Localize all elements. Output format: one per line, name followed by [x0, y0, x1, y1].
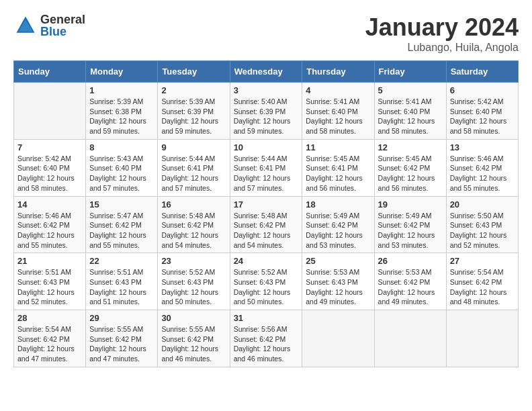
day-cell: 14Sunrise: 5:46 AMSunset: 6:42 PMDayligh… [14, 196, 86, 253]
logo-general-text: General [40, 13, 85, 26]
day-number: 3 [234, 85, 299, 95]
day-cell: 6Sunrise: 5:42 AMSunset: 6:40 PMDaylight… [446, 83, 518, 140]
calendar-title: January 2024 [365, 13, 519, 42]
column-header-sunday: Sunday [14, 61, 86, 83]
logo-blue-text: Blue [40, 26, 85, 38]
day-cell [446, 310, 518, 367]
day-number: 24 [234, 256, 299, 266]
logo-icon [13, 13, 38, 38]
column-header-saturday: Saturday [446, 61, 518, 83]
day-info: Sunrise: 5:54 AMSunset: 6:42 PMDaylight:… [450, 267, 515, 307]
day-info: Sunrise: 5:53 AMSunset: 6:42 PMDaylight:… [378, 267, 443, 307]
day-number: 1 [89, 85, 154, 95]
day-number: 13 [450, 142, 515, 152]
day-info: Sunrise: 5:43 AMSunset: 6:40 PMDaylight:… [89, 154, 154, 193]
logo: General Blue [13, 13, 85, 38]
day-number: 7 [17, 142, 82, 152]
day-cell: 26Sunrise: 5:53 AMSunset: 6:42 PMDayligh… [374, 253, 446, 310]
day-info: Sunrise: 5:42 AMSunset: 6:40 PMDaylight:… [17, 154, 82, 193]
day-cell: 30Sunrise: 5:55 AMSunset: 6:42 PMDayligh… [158, 310, 230, 367]
day-cell: 28Sunrise: 5:54 AMSunset: 6:42 PMDayligh… [14, 310, 86, 367]
day-info: Sunrise: 5:45 AMSunset: 6:42 PMDaylight:… [378, 154, 443, 193]
day-info: Sunrise: 5:48 AMSunset: 6:42 PMDaylight:… [234, 211, 299, 250]
day-number: 30 [161, 313, 226, 323]
calendar-table: SundayMondayTuesdayWednesdayThursdayFrid… [13, 60, 519, 367]
day-cell: 31Sunrise: 5:56 AMSunset: 6:42 PMDayligh… [230, 310, 302, 367]
day-info: Sunrise: 5:53 AMSunset: 6:43 PMDaylight:… [306, 267, 370, 307]
calendar-subtitle: Lubango, Huila, Angola [365, 42, 519, 54]
day-cell: 4Sunrise: 5:41 AMSunset: 6:40 PMDaylight… [302, 83, 374, 140]
day-number: 26 [378, 256, 443, 266]
day-info: Sunrise: 5:48 AMSunset: 6:42 PMDaylight:… [161, 211, 226, 250]
day-number: 8 [89, 142, 154, 152]
day-number: 19 [378, 199, 443, 210]
day-cell: 13Sunrise: 5:46 AMSunset: 6:42 PMDayligh… [446, 139, 518, 196]
day-info: Sunrise: 5:56 AMSunset: 6:42 PMDaylight:… [234, 324, 299, 364]
day-cell: 27Sunrise: 5:54 AMSunset: 6:42 PMDayligh… [446, 253, 518, 310]
day-info: Sunrise: 5:39 AMSunset: 6:39 PMDaylight:… [161, 97, 226, 136]
day-number: 16 [161, 199, 226, 210]
day-number: 15 [89, 199, 154, 210]
day-cell: 12Sunrise: 5:45 AMSunset: 6:42 PMDayligh… [374, 139, 446, 196]
day-cell [302, 310, 374, 367]
day-number: 31 [234, 313, 299, 323]
day-number: 17 [234, 199, 299, 210]
day-info: Sunrise: 5:40 AMSunset: 6:39 PMDaylight:… [234, 97, 299, 136]
day-number: 20 [450, 199, 515, 210]
day-info: Sunrise: 5:49 AMSunset: 6:42 PMDaylight:… [306, 211, 370, 250]
day-cell: 10Sunrise: 5:44 AMSunset: 6:41 PMDayligh… [230, 139, 302, 196]
day-cell: 1Sunrise: 5:39 AMSunset: 6:38 PMDaylight… [86, 83, 158, 140]
day-cell: 20Sunrise: 5:50 AMSunset: 6:43 PMDayligh… [446, 196, 518, 253]
page-header: General Blue January 2024 Lubango, Huila… [13, 13, 519, 54]
column-header-tuesday: Tuesday [158, 61, 230, 83]
day-info: Sunrise: 5:44 AMSunset: 6:41 PMDaylight:… [234, 154, 299, 193]
week-row-5: 28Sunrise: 5:54 AMSunset: 6:42 PMDayligh… [14, 310, 519, 367]
day-cell: 17Sunrise: 5:48 AMSunset: 6:42 PMDayligh… [230, 196, 302, 253]
day-cell: 22Sunrise: 5:51 AMSunset: 6:43 PMDayligh… [86, 253, 158, 310]
day-info: Sunrise: 5:55 AMSunset: 6:42 PMDaylight:… [89, 324, 154, 364]
day-number: 5 [378, 85, 443, 95]
column-header-monday: Monday [86, 61, 158, 83]
day-number: 21 [17, 256, 82, 266]
logo-text: General Blue [40, 13, 85, 38]
day-number: 2 [161, 85, 226, 95]
day-info: Sunrise: 5:52 AMSunset: 6:43 PMDaylight:… [161, 267, 226, 307]
day-number: 23 [161, 256, 226, 266]
day-info: Sunrise: 5:41 AMSunset: 6:40 PMDaylight:… [378, 97, 443, 136]
column-header-friday: Friday [374, 61, 446, 83]
day-cell: 11Sunrise: 5:45 AMSunset: 6:41 PMDayligh… [302, 139, 374, 196]
day-number: 9 [161, 142, 226, 152]
day-cell: 8Sunrise: 5:43 AMSunset: 6:40 PMDaylight… [86, 139, 158, 196]
day-info: Sunrise: 5:47 AMSunset: 6:42 PMDaylight:… [89, 211, 154, 250]
day-info: Sunrise: 5:52 AMSunset: 6:43 PMDaylight:… [234, 267, 299, 307]
day-info: Sunrise: 5:39 AMSunset: 6:38 PMDaylight:… [89, 97, 154, 136]
day-cell: 23Sunrise: 5:52 AMSunset: 6:43 PMDayligh… [158, 253, 230, 310]
day-cell: 5Sunrise: 5:41 AMSunset: 6:40 PMDaylight… [374, 83, 446, 140]
week-row-3: 14Sunrise: 5:46 AMSunset: 6:42 PMDayligh… [14, 196, 519, 253]
day-info: Sunrise: 5:51 AMSunset: 6:43 PMDaylight:… [89, 267, 154, 307]
day-info: Sunrise: 5:55 AMSunset: 6:42 PMDaylight:… [161, 324, 226, 364]
day-cell: 15Sunrise: 5:47 AMSunset: 6:42 PMDayligh… [86, 196, 158, 253]
calendar-header-row: SundayMondayTuesdayWednesdayThursdayFrid… [14, 61, 519, 83]
title-area: January 2024 Lubango, Huila, Angola [365, 13, 519, 54]
day-cell: 7Sunrise: 5:42 AMSunset: 6:40 PMDaylight… [14, 139, 86, 196]
day-number: 25 [306, 256, 370, 266]
week-row-4: 21Sunrise: 5:51 AMSunset: 6:43 PMDayligh… [14, 253, 519, 310]
day-cell: 24Sunrise: 5:52 AMSunset: 6:43 PMDayligh… [230, 253, 302, 310]
day-number: 11 [306, 142, 370, 152]
day-number: 28 [17, 313, 82, 323]
day-info: Sunrise: 5:50 AMSunset: 6:43 PMDaylight:… [450, 211, 515, 250]
day-cell [14, 83, 86, 140]
day-number: 6 [450, 85, 515, 95]
day-number: 18 [306, 199, 370, 210]
day-number: 27 [450, 256, 515, 266]
week-row-1: 1Sunrise: 5:39 AMSunset: 6:38 PMDaylight… [14, 83, 519, 140]
day-info: Sunrise: 5:42 AMSunset: 6:40 PMDaylight:… [450, 97, 515, 136]
day-cell: 18Sunrise: 5:49 AMSunset: 6:42 PMDayligh… [302, 196, 374, 253]
day-cell: 19Sunrise: 5:49 AMSunset: 6:42 PMDayligh… [374, 196, 446, 253]
day-info: Sunrise: 5:46 AMSunset: 6:42 PMDaylight:… [17, 211, 82, 250]
week-row-2: 7Sunrise: 5:42 AMSunset: 6:40 PMDaylight… [14, 139, 519, 196]
day-cell: 21Sunrise: 5:51 AMSunset: 6:43 PMDayligh… [14, 253, 86, 310]
day-info: Sunrise: 5:44 AMSunset: 6:41 PMDaylight:… [161, 154, 226, 193]
day-info: Sunrise: 5:45 AMSunset: 6:41 PMDaylight:… [306, 154, 370, 193]
